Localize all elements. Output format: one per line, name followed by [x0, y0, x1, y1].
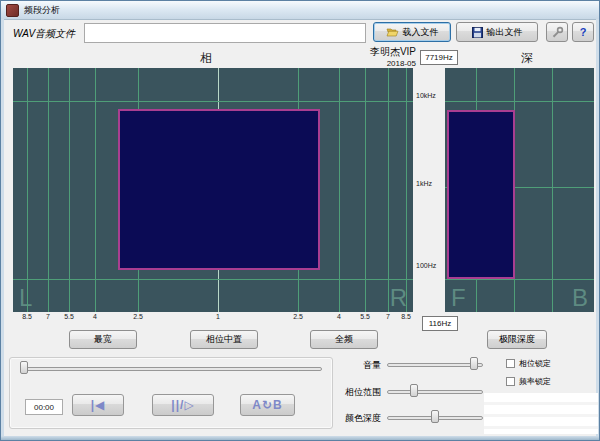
axis-tick-label: 2.5	[293, 313, 303, 320]
gridline-vertical	[365, 68, 366, 312]
volume-slider-thumb[interactable]	[470, 357, 478, 370]
axis-tick-label: 5.5	[360, 313, 370, 320]
file-path-input[interactable]	[84, 23, 366, 43]
gridline-horizontal	[13, 101, 413, 102]
frequency-scale: 10kHz1kHz100Hz	[413, 68, 445, 312]
overlay-window	[484, 393, 598, 434]
gridline-vertical	[552, 68, 553, 312]
corner-label-left: L	[19, 284, 32, 312]
help-button[interactable]: ?	[572, 22, 594, 42]
window-border-right	[596, 19, 599, 436]
app-icon	[6, 4, 19, 17]
phase-axis-ticks: 8.575.542.512.545.578.5	[13, 313, 413, 323]
window-border-left	[1, 19, 4, 436]
phase-analysis-panel[interactable]: L R	[13, 68, 413, 312]
depth-analysis-panel[interactable]: F B	[445, 68, 594, 312]
frequency-lock-label: 频率锁定	[519, 376, 551, 387]
gridline-horizontal	[13, 279, 413, 280]
limit-depth-button[interactable]: 极限深度	[487, 330, 547, 349]
load-file-label: 载入文件	[403, 26, 439, 39]
settings-button[interactable]	[546, 22, 568, 42]
widest-button[interactable]: 最宽	[69, 330, 137, 349]
frequency-tick-label: 10kHz	[416, 92, 436, 99]
phase-center-button[interactable]: 相位中置	[190, 330, 258, 349]
corner-label-back: B	[572, 284, 588, 312]
axis-tick-label: 7	[46, 313, 50, 320]
user-date: 2018-05	[341, 59, 416, 68]
frequency-tick-label: 100Hz	[416, 262, 436, 269]
app-window: 频段分析 WAV音频文件 载入文件 输出文件 ? 相 李明杰VIP 2018-0…	[0, 0, 600, 441]
transport-group: 00:00 |◀ ||/▷ A↻B	[9, 357, 333, 429]
gridline-vertical	[95, 68, 96, 312]
corner-label-right: R	[390, 284, 407, 312]
gridline-vertical	[388, 68, 389, 312]
axis-tick-label: 4	[337, 313, 341, 320]
help-label: ?	[580, 26, 587, 38]
export-file-label: 输出文件	[487, 26, 523, 39]
user-name: 李明杰VIP	[341, 45, 416, 59]
selection-rectangle	[118, 109, 320, 270]
wrench-icon	[551, 26, 564, 39]
skip-start-button[interactable]: |◀	[72, 394, 124, 416]
selection-rectangle	[447, 110, 515, 279]
seek-slider-track[interactable]	[20, 367, 322, 371]
phase-lock-label: 相位锁定	[519, 358, 551, 369]
gridline-horizontal	[445, 101, 594, 102]
save-icon	[472, 27, 483, 38]
window-border-bottom	[1, 436, 599, 440]
wav-file-label: WAV音频文件	[13, 27, 75, 41]
gridline-vertical	[406, 68, 407, 312]
frequency-tick-label: 1kHz	[416, 180, 432, 187]
volume-label: 音量	[341, 359, 381, 372]
gridline-vertical	[48, 68, 49, 312]
titlebar[interactable]: 频段分析	[1, 1, 599, 20]
user-block: 李明杰VIP 2018-05	[341, 45, 416, 68]
phase-range-slider-track[interactable]	[387, 390, 483, 394]
full-frequency-button[interactable]: 全频	[310, 330, 378, 349]
time-display: 00:00	[25, 399, 63, 415]
bottom-frequency-readout: 116Hz	[422, 316, 458, 331]
gridline-horizontal	[445, 279, 594, 280]
top-frequency-readout: 7719Hz	[420, 50, 458, 65]
color-depth-slider-track[interactable]	[387, 416, 483, 420]
load-file-button[interactable]: 载入文件	[373, 22, 451, 42]
ab-loop-button[interactable]: A↻B	[240, 394, 295, 416]
phase-heading: 相	[200, 50, 212, 67]
phase-lock-checkbox[interactable]	[506, 359, 515, 368]
export-file-button[interactable]: 输出文件	[456, 22, 538, 42]
axis-tick-label: 7	[386, 313, 390, 320]
axis-tick-label: 8.5	[401, 313, 411, 320]
window-title: 频段分析	[24, 4, 60, 17]
phase-range-label: 相位范围	[341, 386, 381, 399]
phase-range-slider-thumb[interactable]	[410, 384, 418, 397]
axis-tick-label: 5.5	[64, 313, 74, 320]
axis-tick-label: 8.5	[22, 313, 32, 320]
axis-tick-label: 1	[216, 313, 220, 320]
gridline-vertical	[339, 68, 340, 312]
gridline-vertical	[27, 68, 28, 312]
seek-slider-thumb[interactable]	[20, 361, 28, 374]
gridline-vertical	[69, 68, 70, 312]
depth-heading: 深	[521, 50, 533, 67]
volume-slider-track[interactable]	[387, 363, 483, 367]
axis-tick-label: 2.5	[133, 313, 143, 320]
axis-tick-label: 4	[93, 313, 97, 320]
corner-label-front: F	[451, 284, 466, 312]
color-depth-slider-thumb[interactable]	[431, 410, 439, 423]
folder-open-icon	[386, 27, 399, 38]
color-depth-label: 颜色深度	[341, 412, 381, 425]
frequency-lock-row[interactable]: 频率锁定	[506, 376, 551, 387]
play-pause-button[interactable]: ||/▷	[152, 394, 214, 416]
phase-lock-row[interactable]: 相位锁定	[506, 358, 551, 369]
frequency-lock-checkbox[interactable]	[506, 377, 515, 386]
